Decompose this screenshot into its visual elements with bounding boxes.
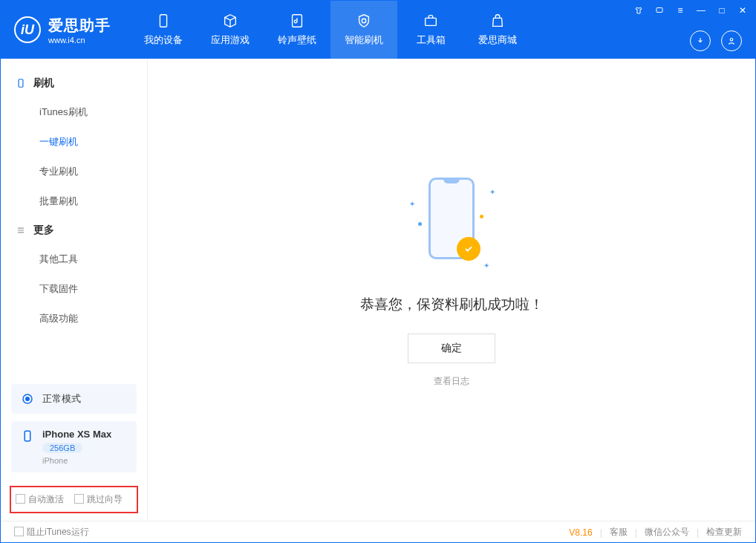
sidebar: 刷机 iTunes刷机 一键刷机 专业刷机 批量刷机 更多 其他工具 下载固件 … — [1, 59, 148, 521]
top-nav: 我的设备 应用游戏 铃声壁纸 智能刷机 工具箱 爱思商城 — [130, 1, 531, 59]
section-title: 更多 — [33, 224, 54, 237]
footer: 阻止iTunes运行 V8.16 | 客服 | 微信公众号 | 检查更新 — [1, 521, 755, 543]
svg-point-4 — [730, 39, 733, 42]
body: 刷机 iTunes刷机 一键刷机 专业刷机 批量刷机 更多 其他工具 下载固件 … — [1, 59, 755, 521]
section-flash: 刷机 — [1, 69, 147, 97]
shopping-bag-icon — [489, 13, 506, 29]
mode-label: 正常模式 — [42, 392, 81, 406]
device-name: iPhone XS Max — [42, 429, 111, 440]
device-storage: 256GB — [42, 443, 82, 453]
menu-icon[interactable]: ≡ — [675, 5, 685, 16]
sidebar-scroll: 刷机 iTunes刷机 一键刷机 专业刷机 批量刷机 更多 其他工具 下载固件 … — [1, 59, 147, 384]
nav-toolbox[interactable]: 工具箱 — [397, 1, 464, 59]
logo-area: iU 爱思助手 www.i4.cn — [1, 16, 124, 45]
device-phone-icon — [20, 429, 35, 443]
phone-small-icon — [16, 78, 26, 88]
user-button[interactable] — [721, 30, 742, 51]
block-itunes-label: 阻止iTunes运行 — [27, 527, 89, 537]
nav-label: 应用游戏 — [211, 33, 250, 47]
device-info: iPhone XS Max 256GB iPhone — [42, 429, 111, 465]
close-button[interactable]: ✕ — [737, 5, 748, 16]
footer-link-wechat[interactable]: 微信公众号 — [645, 526, 689, 539]
sidebar-item-download-firmware[interactable]: 下载固件 — [1, 274, 147, 304]
nav-my-device[interactable]: 我的设备 — [130, 1, 197, 59]
device-boxes: 正常模式 iPhone XS Max 256GB iPhone — [1, 384, 147, 480]
nav-label: 我的设备 — [144, 33, 183, 47]
phone-icon — [155, 13, 172, 29]
auto-activate-label: 自动激活 — [28, 494, 64, 504]
footer-link-update[interactable]: 检查更新 — [706, 526, 742, 539]
svg-rect-8 — [25, 431, 30, 441]
footer-left: 阻止iTunes运行 — [14, 526, 569, 539]
window-controls: ≡ — □ ✕ — [633, 5, 748, 16]
block-itunes-checkbox[interactable]: 阻止iTunes运行 — [14, 526, 89, 539]
logo-icon: iU — [14, 16, 41, 43]
cube-icon — [222, 13, 238, 29]
skip-guide-checkbox[interactable]: 跳过向导 — [74, 493, 123, 506]
check-badge-icon — [457, 237, 480, 261]
sidebar-item-batch-flash[interactable]: 批量刷机 — [1, 186, 147, 216]
section-title: 刷机 — [33, 77, 54, 90]
section-more: 更多 — [1, 216, 147, 244]
sidebar-item-onekey-flash[interactable]: 一键刷机 — [1, 127, 147, 157]
version-label: V8.16 — [569, 527, 592, 538]
nav-ringtone-wallpaper[interactable]: 铃声壁纸 — [264, 1, 330, 59]
sidebar-item-other-tools[interactable]: 其他工具 — [1, 244, 147, 274]
app-header: iU 爱思助手 www.i4.cn 我的设备 应用游戏 铃声壁纸 智能刷机 工具… — [1, 1, 755, 59]
nav-apps-games[interactable]: 应用游戏 — [197, 1, 264, 59]
nav-store[interactable]: 爱思商城 — [464, 1, 531, 59]
nav-smart-flash[interactable]: 智能刷机 — [330, 1, 397, 59]
tshirt-icon[interactable] — [633, 5, 644, 16]
sidebar-item-pro-flash[interactable]: 专业刷机 — [1, 157, 147, 186]
bottom-options: 自动激活 跳过向导 — [10, 486, 138, 513]
sidebar-item-itunes-flash[interactable]: iTunes刷机 — [1, 97, 147, 127]
briefcase-icon — [423, 13, 439, 29]
footer-link-support[interactable]: 客服 — [610, 526, 628, 539]
skip-guide-label: 跳过向导 — [87, 494, 123, 504]
phone-illustration: ✦✦✦ — [418, 178, 485, 274]
mode-icon — [20, 391, 35, 406]
refresh-shield-icon — [356, 13, 372, 29]
app-url: www.i4.cn — [48, 36, 111, 45]
app-name: 爱思助手 — [48, 16, 111, 36]
music-file-icon — [289, 13, 305, 29]
download-button[interactable] — [690, 30, 711, 51]
device-box[interactable]: iPhone XS Max 256GB iPhone — [11, 421, 137, 472]
nav-label: 智能刷机 — [345, 33, 383, 47]
svg-rect-2 — [426, 18, 437, 25]
logo-text: 爱思助手 www.i4.cn — [48, 16, 111, 45]
svg-rect-0 — [160, 15, 166, 27]
list-icon — [16, 225, 26, 235]
header-right-icons — [690, 30, 742, 51]
confirm-button[interactable]: 确定 — [408, 334, 495, 363]
auto-activate-checkbox[interactable]: 自动激活 — [16, 493, 64, 506]
svg-point-7 — [26, 397, 30, 401]
device-type: iPhone — [42, 456, 111, 465]
sidebar-item-advanced[interactable]: 高级功能 — [1, 304, 147, 334]
nav-label: 工具箱 — [417, 33, 446, 47]
nav-label: 爱思商城 — [478, 33, 517, 47]
view-log-link[interactable]: 查看日志 — [434, 375, 469, 388]
feedback-icon[interactable] — [654, 5, 665, 16]
maximize-button[interactable]: □ — [717, 5, 727, 16]
success-message: 恭喜您，保资料刷机成功啦！ — [360, 295, 544, 314]
nav-label: 铃声壁纸 — [278, 33, 316, 47]
svg-rect-5 — [19, 79, 23, 88]
mode-box[interactable]: 正常模式 — [11, 384, 137, 414]
footer-right: V8.16 | 客服 | 微信公众号 | 检查更新 — [569, 526, 742, 539]
minimize-button[interactable]: — — [696, 5, 706, 16]
main-content: ✦✦✦ 恭喜您，保资料刷机成功啦！ 确定 查看日志 — [148, 59, 755, 521]
svg-rect-3 — [656, 8, 662, 13]
